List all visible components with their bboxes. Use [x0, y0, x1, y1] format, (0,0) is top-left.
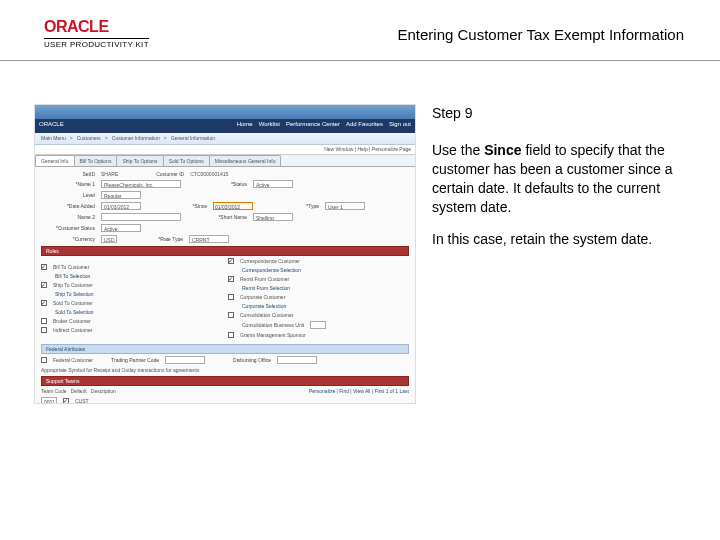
lnk-bill-sel[interactable]: Bill To Selection	[55, 273, 90, 279]
lbl-cust-status: *Customer Status	[41, 225, 95, 231]
ss-title-bar: ORACLE Home Worklist Performance Center …	[35, 119, 415, 133]
lbl-indirect: Indirect Customer	[53, 327, 92, 333]
lbl-shortname: *Short Name	[187, 214, 247, 220]
header-divider	[0, 60, 720, 61]
tab-ship-to[interactable]: Ship To Options	[116, 155, 163, 166]
fld-date-added[interactable]: 01/03/2012	[101, 202, 141, 210]
chk-sold-to[interactable]	[41, 300, 47, 306]
chk-corp[interactable]	[228, 294, 234, 300]
chk-federal[interactable]	[41, 357, 47, 363]
fld-name1[interactable]: PleaseChemicals, Inc.	[101, 180, 181, 188]
lbl-date-added: *Date Added	[41, 203, 95, 209]
ss-bc-custinfo[interactable]: Customer Information	[112, 135, 160, 142]
lbl-type: *Type	[259, 203, 319, 209]
lbl-broker: Broker Customer	[53, 318, 91, 324]
chk-corr[interactable]	[228, 258, 234, 264]
val-custid: CTC0000001415	[190, 171, 228, 177]
col-default: Default	[71, 388, 87, 394]
lnk-ship-sel[interactable]: Ship To Selection	[55, 291, 94, 297]
tab-general-info[interactable]: General Info	[35, 155, 75, 166]
instruction-panel: Step 9 Use the Since field to specify th…	[432, 104, 690, 263]
ss-nav-worklist[interactable]: Worklist	[259, 121, 280, 131]
upk-subtitle: USER PRODUCTIVITY KIT	[44, 38, 149, 49]
chk-ship-to[interactable]	[41, 282, 47, 288]
lbl-trading: Trading Partner Code	[99, 357, 159, 363]
fld-type[interactable]: User 1	[325, 202, 365, 210]
lnk-corp-sel[interactable]: Corporate Selection	[242, 303, 286, 309]
step-label: Step 9	[432, 104, 690, 123]
ss-nav-signout[interactable]: Sign out	[389, 121, 411, 131]
page-title: Entering Customer Tax Exempt Information	[397, 26, 684, 43]
app-screenshot: ORACLE Home Worklist Performance Center …	[34, 104, 416, 404]
ss-breadcrumb: Main Menu > Customers > Customer Informa…	[35, 133, 415, 145]
chk-broker[interactable]	[41, 318, 47, 324]
fld-currency[interactable]: USD	[101, 235, 117, 243]
ss-oracle-brand: ORACLE	[39, 121, 64, 131]
lbl-status: *Status	[187, 181, 247, 187]
fld-shortname[interactable]: Shelling	[253, 213, 293, 221]
tab-sold-to[interactable]: Sold To Options	[163, 155, 210, 166]
lbl-grants: Grants Management Sponsor	[240, 332, 306, 338]
fld-since[interactable]: 01/03/2012	[213, 202, 253, 210]
federal-note: Appropriate Symbol for Receipt and Outla…	[41, 367, 199, 373]
lbl-sold-to: Sold To Customer	[53, 300, 93, 306]
lnk-sold-sel[interactable]: Sold To Selection	[55, 309, 94, 315]
lbl-name2: Name 2	[41, 214, 95, 220]
lbl-corp: Corporate Customer	[240, 294, 285, 300]
chk-consol[interactable]	[228, 312, 234, 318]
ss-nav-fav[interactable]: Add Favorites	[346, 121, 383, 131]
lbl-ship-to: Ship To Customer	[53, 282, 93, 288]
lbl-bill-to: Bill To Customer	[53, 264, 89, 270]
fld-consol-bu[interactable]	[310, 321, 326, 329]
p1-b: Since	[484, 142, 521, 158]
ss-browser-chrome	[35, 105, 415, 119]
chk-default[interactable]	[63, 398, 69, 404]
lbl-corr: Correspondence Customer	[240, 258, 300, 264]
chk-bill-to[interactable]	[41, 264, 47, 270]
lbl-since: *Since	[147, 203, 207, 209]
val-desc: CUST	[75, 398, 89, 404]
tab-misc[interactable]: Miscellaneous General Info	[209, 155, 282, 166]
instruction-p1: Use the Since field to specify that the …	[432, 141, 690, 217]
support-pager[interactable]: Personalize | Find | View All | First 1 …	[309, 388, 409, 394]
fld-cust-status[interactable]: Active	[101, 224, 141, 232]
col-desc: Description	[91, 388, 116, 394]
lbl-remit: Remit From Customer	[240, 276, 289, 282]
lbl-custid: Customer ID	[124, 171, 184, 177]
p1-a: Use the	[432, 142, 484, 158]
lbl-federal: Federal Customer	[53, 357, 93, 363]
lbl-disbursing: Disbursing Office	[211, 357, 271, 363]
fld-status[interactable]: Active	[253, 180, 293, 188]
fld-teamcode[interactable]: 0001	[41, 397, 57, 404]
ss-nav-perf[interactable]: Performance Center	[286, 121, 340, 131]
ss-tabs: General Info Bill To Options Ship To Opt…	[35, 155, 415, 167]
fld-level[interactable]: Regular	[101, 191, 141, 199]
chk-grants[interactable]	[228, 332, 234, 338]
chk-indirect[interactable]	[41, 327, 47, 333]
sec-federal: Federal Attributes	[41, 344, 409, 354]
ss-nav-home[interactable]: Home	[237, 121, 253, 131]
fld-trading[interactable]	[165, 356, 205, 364]
lbl-currency: *Currency	[41, 236, 95, 242]
lbl-setid: SetID	[41, 171, 95, 177]
sec-support: Support Teams	[41, 376, 409, 386]
lnk-corr-sel[interactable]: Correspondence Selection	[242, 267, 301, 273]
lbl-rate-type: *Rate Type	[123, 236, 183, 242]
oracle-logo: ORACLE	[44, 18, 109, 36]
oracle-logo-block: ORACLE USER PRODUCTIVITY KIT	[44, 18, 149, 49]
col-team: Team Code	[41, 388, 67, 394]
fld-rate-type[interactable]: CRRNT	[189, 235, 229, 243]
ss-bc-geninfo[interactable]: General Information	[171, 135, 215, 142]
instruction-p2: In this case, retain the system date.	[432, 230, 690, 249]
ss-bc-customers[interactable]: Customers	[77, 135, 101, 142]
ss-bc-main[interactable]: Main Menu	[41, 135, 66, 142]
lnk-remit-sel[interactable]: Remit From Selection	[242, 285, 290, 291]
tab-bill-to[interactable]: Bill To Options	[74, 155, 118, 166]
fld-disbursing[interactable]	[277, 356, 317, 364]
ss-subbar: New Window | Help | Personalize Page	[35, 145, 415, 155]
sec-support-title: Support Teams	[46, 378, 80, 384]
chk-remit[interactable]	[228, 276, 234, 282]
fld-name2[interactable]	[101, 213, 181, 221]
val-setid: SHARE	[101, 171, 118, 177]
lbl-name1: *Name 1	[41, 181, 95, 187]
